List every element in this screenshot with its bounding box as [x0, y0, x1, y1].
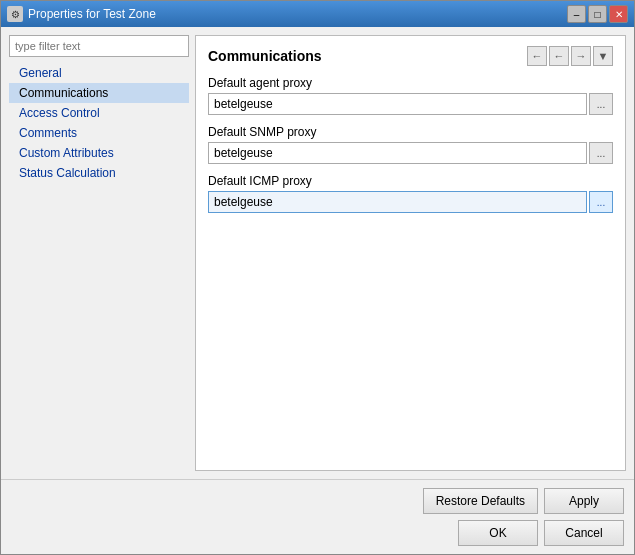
apply-button[interactable]: Apply [544, 488, 624, 514]
nav-dropdown-button[interactable]: ▼ [593, 46, 613, 66]
minimize-button[interactable]: – [567, 5, 586, 23]
main-window: ⚙ Properties for Test Zone – □ ✕ General… [0, 0, 635, 555]
field-row-snmp-proxy: ... [208, 142, 613, 164]
panel-title-row: Communications ← ← → ▼ [208, 46, 613, 66]
sidebar-item-access-control[interactable]: Access Control [9, 103, 189, 123]
fields-container: Default agent proxy...Default SNMP proxy… [208, 76, 613, 223]
field-input-icmp-proxy[interactable] [208, 191, 587, 213]
content-area: GeneralCommunicationsAccess ControlComme… [1, 27, 634, 479]
browse-button-agent-proxy[interactable]: ... [589, 93, 613, 115]
sidebar-item-status-calculation[interactable]: Status Calculation [9, 163, 189, 183]
title-bar-left: ⚙ Properties for Test Zone [7, 6, 156, 22]
field-input-agent-proxy[interactable] [208, 93, 587, 115]
browse-button-snmp-proxy[interactable]: ... [589, 142, 613, 164]
left-panel: GeneralCommunicationsAccess ControlComme… [9, 35, 189, 471]
nav-back2-button[interactable]: ← [549, 46, 569, 66]
cancel-button[interactable]: Cancel [544, 520, 624, 546]
nav-list: GeneralCommunicationsAccess ControlComme… [9, 61, 189, 185]
panel-nav-icons: ← ← → ▼ [527, 46, 613, 66]
field-label-agent-proxy: Default agent proxy [208, 76, 613, 90]
bottom-row-2: OK Cancel [11, 520, 624, 546]
bottom-row-1: Restore Defaults Apply [11, 488, 624, 514]
filter-input[interactable] [9, 35, 189, 57]
right-panel: Communications ← ← → ▼ Default agent pro… [195, 35, 626, 471]
field-label-snmp-proxy: Default SNMP proxy [208, 125, 613, 139]
field-label-icmp-proxy: Default ICMP proxy [208, 174, 613, 188]
bottom-bar: Restore Defaults Apply OK Cancel [1, 479, 634, 554]
sidebar-item-comments[interactable]: Comments [9, 123, 189, 143]
maximize-button[interactable]: □ [588, 5, 607, 23]
nav-forward-button[interactable]: → [571, 46, 591, 66]
close-button[interactable]: ✕ [609, 5, 628, 23]
browse-button-icmp-proxy[interactable]: ... [589, 191, 613, 213]
field-row-icmp-proxy: ... [208, 191, 613, 213]
sidebar-item-general[interactable]: General [9, 63, 189, 83]
field-group-icmp-proxy: Default ICMP proxy... [208, 174, 613, 213]
panel-title-text: Communications [208, 48, 322, 64]
field-group-snmp-proxy: Default SNMP proxy... [208, 125, 613, 164]
spacer [208, 223, 613, 460]
sidebar-item-communications[interactable]: Communications [9, 83, 189, 103]
field-row-agent-proxy: ... [208, 93, 613, 115]
nav-back-button[interactable]: ← [527, 46, 547, 66]
field-input-snmp-proxy[interactable] [208, 142, 587, 164]
title-bar: ⚙ Properties for Test Zone – □ ✕ [1, 1, 634, 27]
window-title: Properties for Test Zone [28, 7, 156, 21]
ok-button[interactable]: OK [458, 520, 538, 546]
sidebar-item-custom-attributes[interactable]: Custom Attributes [9, 143, 189, 163]
window-icon: ⚙ [7, 6, 23, 22]
field-group-agent-proxy: Default agent proxy... [208, 76, 613, 115]
restore-defaults-button[interactable]: Restore Defaults [423, 488, 538, 514]
title-controls: – □ ✕ [567, 5, 628, 23]
